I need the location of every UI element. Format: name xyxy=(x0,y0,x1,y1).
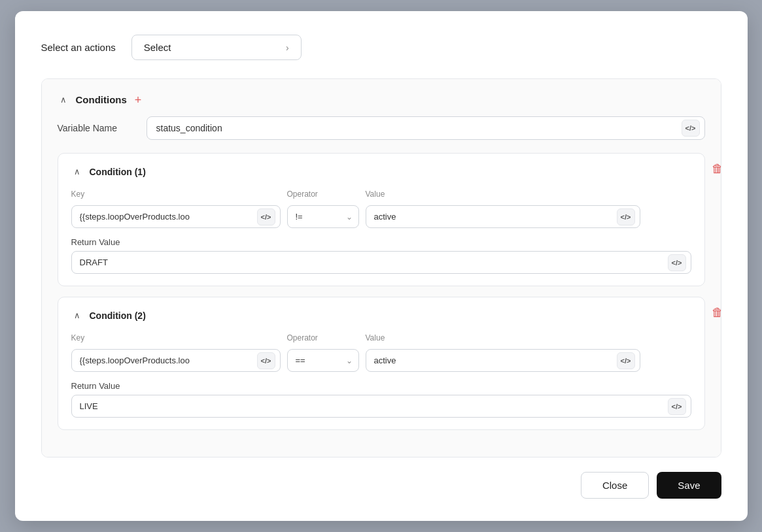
condition-1-return-wrap: </> xyxy=(71,251,691,274)
condition-2-title: Condition (2) xyxy=(90,310,146,321)
condition-2-value-code-btn[interactable]: </> xyxy=(617,352,635,369)
select-action-button[interactable]: Select › xyxy=(131,35,302,60)
condition-2-header: ∧ Condition (2) xyxy=(71,309,691,322)
condition-1-key-code-btn[interactable]: </> xyxy=(257,208,275,225)
collapse-condition-2-button[interactable]: ∧ xyxy=(71,309,83,322)
condition-2-return-wrap: </> xyxy=(71,395,691,418)
condition-1-wrapper: ∧ Condition (1) Key </> xyxy=(58,153,705,286)
save-button[interactable]: Save xyxy=(657,472,721,499)
condition-2-key-col: Key </> xyxy=(71,333,281,372)
condition-1-kov-row: Key </> Operator xyxy=(71,190,691,228)
close-button[interactable]: Close xyxy=(581,472,649,499)
select-button-label: Select xyxy=(144,42,171,53)
variable-name-input[interactable] xyxy=(147,116,705,140)
condition-1-key-input[interactable] xyxy=(71,205,281,228)
footer-row: Close Save xyxy=(41,472,721,499)
collapse-condition-1-button[interactable]: ∧ xyxy=(71,165,83,178)
condition-2-key-code-btn[interactable]: </> xyxy=(257,352,275,369)
add-condition-button[interactable]: + xyxy=(133,94,143,106)
condition-2-value-label: Value xyxy=(366,333,640,342)
condition-2-value-wrap: </> xyxy=(366,349,640,372)
condition-1-operator-wrap: != == > < ⌄ xyxy=(287,205,359,228)
code-icon: </> xyxy=(672,259,682,267)
condition-1-value-label: Value xyxy=(366,190,640,199)
code-icon: </> xyxy=(685,124,696,132)
condition-2-return-code-btn[interactable]: </> xyxy=(668,398,686,415)
condition-2-operator-col: Operator != == > < ⌄ xyxy=(287,333,359,372)
condition-1-return-code-btn[interactable]: </> xyxy=(668,254,686,271)
condition-2-card: ∧ Condition (2) Key </> xyxy=(58,297,705,430)
action-row: Select an actions Select › xyxy=(41,35,721,60)
variable-name-code-icon-button[interactable]: </> xyxy=(682,120,700,137)
condition-2-operator-select[interactable]: != == > < xyxy=(287,349,359,372)
condition-2-operator-wrap: != == > < ⌄ xyxy=(287,349,359,372)
condition-2-wrapper: ∧ Condition (2) Key </> xyxy=(58,297,705,430)
conditions-panel: ∧ Conditions + Variable Name </> ∧ xyxy=(41,78,721,457)
condition-1-value-input[interactable] xyxy=(366,205,640,228)
condition-2-value-col: Value </> xyxy=(366,333,640,372)
delete-condition-1-button[interactable]: 🗑 xyxy=(712,162,721,176)
chevron-right-icon: › xyxy=(286,42,289,53)
conditions-header: ∧ Conditions + xyxy=(58,93,705,106)
condition-2-key-input[interactable] xyxy=(71,349,281,372)
condition-1-operator-select[interactable]: != == > < xyxy=(287,205,359,228)
condition-1-value-col: Value </> xyxy=(366,190,640,228)
code-icon: </> xyxy=(261,213,271,221)
condition-1-key-label: Key xyxy=(71,190,281,199)
condition-2-value-input[interactable] xyxy=(366,349,640,372)
condition-1-return-row: Return Value </> xyxy=(71,237,691,274)
code-icon: </> xyxy=(621,213,631,221)
modal-overlay: Select an actions Select › ∧ Conditions … xyxy=(0,0,762,532)
conditions-title: Conditions xyxy=(76,94,127,105)
condition-2-key-wrap: </> xyxy=(71,349,281,372)
condition-1-card: ∧ Condition (1) Key </> xyxy=(58,153,705,286)
condition-2-return-input[interactable] xyxy=(71,395,691,418)
condition-2-return-label: Return Value xyxy=(71,381,691,391)
variable-name-label: Variable Name xyxy=(58,123,136,133)
code-icon: </> xyxy=(261,357,271,365)
action-label: Select an actions xyxy=(41,42,116,53)
modal-dialog: Select an actions Select › ∧ Conditions … xyxy=(15,11,748,521)
condition-2-operator-label: Operator xyxy=(287,333,359,342)
condition-1-return-label: Return Value xyxy=(71,237,691,247)
condition-1-value-wrap: </> xyxy=(366,205,640,228)
condition-1-operator-col: Operator != == > < ⌄ xyxy=(287,190,359,228)
condition-1-key-wrap: </> xyxy=(71,205,281,228)
condition-1-header: ∧ Condition (1) xyxy=(71,165,691,178)
condition-1-title: Condition (1) xyxy=(90,167,146,177)
variable-name-input-wrap: </> xyxy=(147,116,705,140)
condition-1-operator-label: Operator xyxy=(287,190,359,199)
condition-1-return-input[interactable] xyxy=(71,251,691,274)
code-icon: </> xyxy=(621,357,631,365)
code-icon: </> xyxy=(672,403,682,410)
variable-name-row: Variable Name </> xyxy=(58,116,705,140)
condition-1-value-code-btn[interactable]: </> xyxy=(617,208,635,225)
condition-2-kov-row: Key </> Operator xyxy=(71,333,691,372)
condition-1-key-col: Key </> xyxy=(71,190,281,228)
delete-condition-2-button[interactable]: 🗑 xyxy=(712,306,721,320)
condition-2-return-row: Return Value </> xyxy=(71,381,691,418)
collapse-conditions-button[interactable]: ∧ xyxy=(58,93,69,106)
condition-2-key-label: Key xyxy=(71,333,281,342)
